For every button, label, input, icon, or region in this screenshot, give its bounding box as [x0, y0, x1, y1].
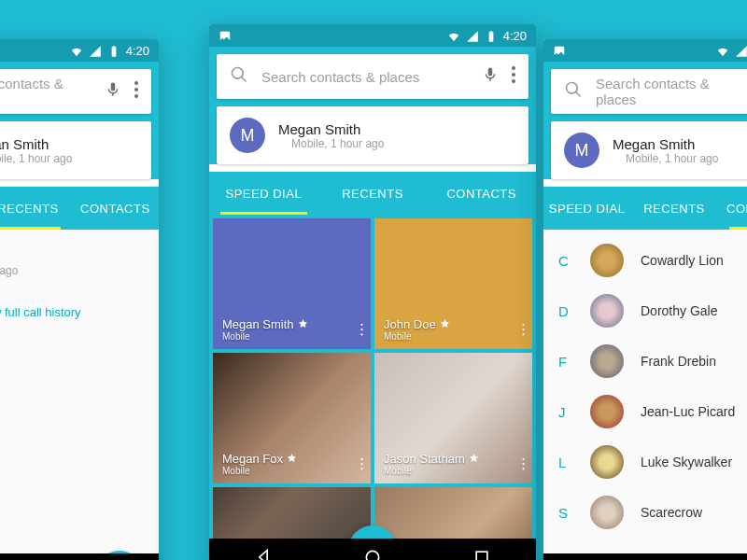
- tile-more-icon[interactable]: [360, 323, 363, 340]
- search-input[interactable]: Search contacts & places: [0, 76, 92, 107]
- star-icon: [469, 452, 479, 466]
- section-index: D: [558, 303, 573, 319]
- search-input[interactable]: Search contacts & places: [261, 69, 469, 85]
- star-icon: [287, 452, 297, 466]
- search-card: Search contacts & places: [551, 69, 747, 114]
- search-input[interactable]: Search contacts & places: [596, 76, 738, 107]
- screenshot-icon: [218, 28, 232, 43]
- svg-point-26: [522, 458, 524, 460]
- contact-row[interactable]: JJean-Luc Picard: [543, 386, 747, 437]
- contact-name: Luke Skywalker: [641, 455, 732, 469]
- tile-more-icon[interactable]: [522, 457, 525, 474]
- tab-speed-dial[interactable]: SPEED DIAL: [209, 172, 318, 215]
- contact-avatar: [590, 294, 624, 328]
- search-row[interactable]: Search contacts & places: [217, 54, 529, 99]
- tab-speed-dial[interactable]: SPEED DIAL: [543, 187, 630, 230]
- cellular-icon: [466, 28, 479, 43]
- tab-contacts[interactable]: CONTACTS: [427, 172, 536, 215]
- contact-row[interactable]: DDorothy Gale: [543, 286, 747, 336]
- tile-type: Mobile: [384, 331, 450, 342]
- speed-dial-tile[interactable]: Megan FoxMobile: [213, 353, 371, 483]
- tile-name: John Doe: [384, 317, 436, 331]
- wifi-icon: [70, 43, 83, 58]
- tile-more-icon[interactable]: [522, 323, 525, 340]
- svg-point-21: [522, 329, 524, 330]
- battery-icon: [485, 28, 498, 43]
- recent-call-name: Megan Smith: [0, 246, 144, 262]
- contact-avatar: [590, 445, 624, 479]
- contact-avatar: [590, 244, 624, 277]
- statusbar-time: 4:20: [126, 44, 149, 58]
- recent-call-card[interactable]: M Megan Smith Mobile, 1 hour ago: [551, 121, 747, 179]
- contact-row[interactable]: FFrank Drebin: [543, 336, 747, 386]
- voice-search-icon[interactable]: [105, 81, 121, 102]
- svg-point-16: [512, 79, 515, 83]
- svg-point-19: [360, 333, 362, 335]
- svg-point-20: [522, 324, 524, 326]
- search-row[interactable]: Search contacts & places: [0, 69, 151, 114]
- speed-dial-tile[interactable]: Jason StathamMobile: [374, 353, 532, 483]
- android-navbar: [209, 539, 536, 560]
- nav-recent-icon[interactable]: [472, 548, 491, 560]
- voice-search-icon[interactable]: [482, 66, 499, 87]
- section-index: C: [558, 253, 573, 269]
- contact-name: Megan Smith: [278, 121, 384, 137]
- contact-row[interactable]: SScarecrow: [543, 487, 747, 538]
- contact-avatar: M: [564, 133, 599, 168]
- speed-dial-grid: M Megan SmithMobile J John DoeMobile Meg…: [209, 215, 536, 560]
- tab-recents[interactable]: RECENTS: [630, 187, 717, 230]
- tile-type: Mobile: [222, 331, 308, 342]
- svg-point-18: [360, 329, 362, 330]
- svg-point-15: [512, 73, 515, 77]
- tab-contacts[interactable]: CONTACTS: [718, 187, 747, 230]
- svg-point-14: [512, 66, 515, 70]
- screenshot-icon: [553, 43, 566, 58]
- svg-point-27: [522, 463, 524, 465]
- tab-recents[interactable]: RECENTS: [0, 187, 72, 230]
- wifi-icon: [447, 28, 460, 43]
- cellular-icon: [89, 43, 102, 58]
- outgoing-call-icon: [278, 137, 288, 150]
- search-card: Search contacts & places: [217, 54, 529, 99]
- contact-row[interactable]: CCowardly Lion: [543, 235, 747, 286]
- recent-call-row[interactable]: Megan Smith Mobile, 1 hour ago: [0, 246, 144, 277]
- status-bar: 4:20: [543, 39, 747, 62]
- section-index: F: [558, 354, 573, 370]
- more-menu-icon[interactable]: [134, 81, 138, 102]
- view-full-history-link[interactable]: View full call history: [0, 300, 144, 325]
- nav-home-icon[interactable]: [363, 548, 382, 560]
- tabs: SPEED DIAL RECENTS CONTACTS: [209, 172, 536, 215]
- nav-back-icon[interactable]: [254, 548, 273, 560]
- contact-subline: Mobile, 1 hour ago: [278, 137, 384, 150]
- recent-call-card[interactable]: M Megan Smith Mobile, 1 hour ago: [217, 106, 529, 164]
- recent-call-card[interactable]: M Megan Smith Mobile, 1 hour ago: [0, 121, 151, 179]
- android-navbar: [543, 553, 747, 560]
- tile-more-icon[interactable]: [360, 457, 363, 474]
- search-icon: [230, 65, 248, 88]
- phone-recents-view: 4:20 Search contacts & places M Megan Sm…: [0, 39, 159, 560]
- search-icon: [564, 80, 583, 103]
- contact-name: Jean-Luc Picard: [641, 404, 735, 419]
- contact-name: Megan Smith: [0, 136, 72, 152]
- tab-contacts[interactable]: CONTACTS: [72, 187, 159, 230]
- contact-avatar: [590, 344, 624, 378]
- status-bar: 4:20: [209, 24, 536, 47]
- phone-speed-dial-view: 4:20 Search contacts & places M Megan Sm…: [209, 24, 536, 560]
- contact-subline: Mobile, 1 hour ago: [0, 152, 72, 165]
- tab-recents[interactable]: RECENTS: [318, 172, 428, 215]
- section-index: J: [558, 404, 573, 420]
- svg-point-25: [360, 468, 362, 469]
- speed-dial-tile[interactable]: M Megan SmithMobile: [213, 218, 371, 349]
- svg-rect-45: [476, 552, 487, 560]
- svg-point-24: [360, 463, 362, 465]
- contact-row[interactable]: LLuke Skywalker: [543, 437, 747, 487]
- tile-name: Megan Smith: [222, 317, 294, 331]
- contact-avatar: M: [230, 118, 265, 153]
- more-menu-icon[interactable]: [512, 66, 515, 87]
- tile-name: Jason Statham: [384, 452, 465, 466]
- svg-point-28: [522, 468, 524, 469]
- search-row[interactable]: Search contacts & places: [551, 69, 747, 114]
- speed-dial-tile[interactable]: J John DoeMobile: [374, 218, 532, 349]
- section-index: S: [558, 505, 573, 521]
- svg-point-1: [134, 88, 138, 91]
